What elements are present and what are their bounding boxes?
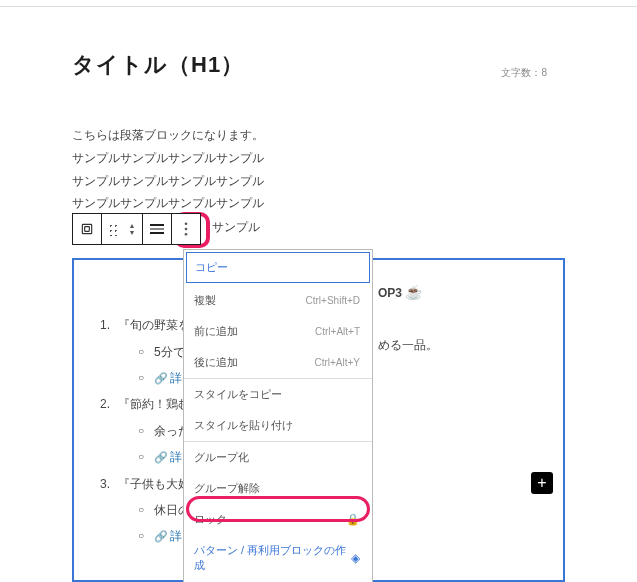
lock-icon: 🔒 [346, 513, 360, 526]
menu-duplicate[interactable]: 複製Ctrl+Shift+D [184, 285, 372, 316]
coffee-icon: ☕ [405, 284, 422, 300]
menu-insert-after[interactable]: 後に追加Ctrl+Alt+Y [184, 347, 372, 378]
link-icon: 🔗 [154, 372, 168, 384]
menu-create-pattern[interactable]: パターン / 再利用ブロックの作成◈ [184, 535, 372, 581]
link-icon: 🔗 [154, 451, 168, 463]
svg-rect-1 [85, 227, 90, 232]
menu-copy[interactable]: コピー [186, 252, 370, 283]
block-options-menu: コピー 複製Ctrl+Shift+D 前に追加Ctrl+Alt+T 後に追加Ct… [183, 249, 373, 582]
menu-paste-style[interactable]: スタイルを貼り付け [184, 410, 372, 441]
block-toolbar: ▲▼ [72, 213, 201, 245]
text-overflow: める一品。 [378, 337, 438, 354]
menu-copy-style[interactable]: スタイルをコピー [184, 379, 372, 410]
para-line: サンプルサンプルサンプルサンプル [72, 192, 565, 215]
more-options-icon[interactable] [172, 214, 200, 244]
link-icon: 🔗 [154, 530, 168, 542]
paragraph-block[interactable]: こちらは段落ブロックになります。 サンプルサンプルサンプルサンプル サンプルサン… [72, 124, 565, 215]
para-line: サンプルサンプルサンプルサンプル [72, 170, 565, 193]
para-line: こちらは段落ブロックになります。 [72, 124, 565, 147]
para-line: サンプルサンプルサンプルサンプル [72, 147, 565, 170]
svg-point-2 [185, 223, 188, 226]
add-block-button[interactable]: + [531, 472, 553, 494]
svg-point-3 [185, 228, 188, 231]
char-count: 文字数：8 [501, 66, 547, 80]
menu-group[interactable]: グループ化 [184, 442, 372, 473]
block-type-icon[interactable] [73, 214, 101, 244]
page-title[interactable]: タイトル（H1） [72, 50, 565, 80]
svg-point-4 [185, 233, 188, 236]
pattern-icon: ◈ [351, 551, 360, 565]
align-icon[interactable] [143, 214, 171, 244]
heading-overflow: OP3 ☕ [378, 284, 422, 300]
svg-rect-0 [82, 225, 91, 234]
menu-insert-before[interactable]: 前に追加Ctrl+Alt+T [184, 316, 372, 347]
menu-lock[interactable]: ロック🔒 [184, 504, 372, 535]
move-arrows-icon[interactable]: ▲▼ [122, 214, 142, 244]
menu-ungroup[interactable]: グループ解除 [184, 473, 372, 504]
drag-handle-icon[interactable] [102, 214, 122, 244]
para-overflow-text: サンプル [212, 219, 260, 236]
